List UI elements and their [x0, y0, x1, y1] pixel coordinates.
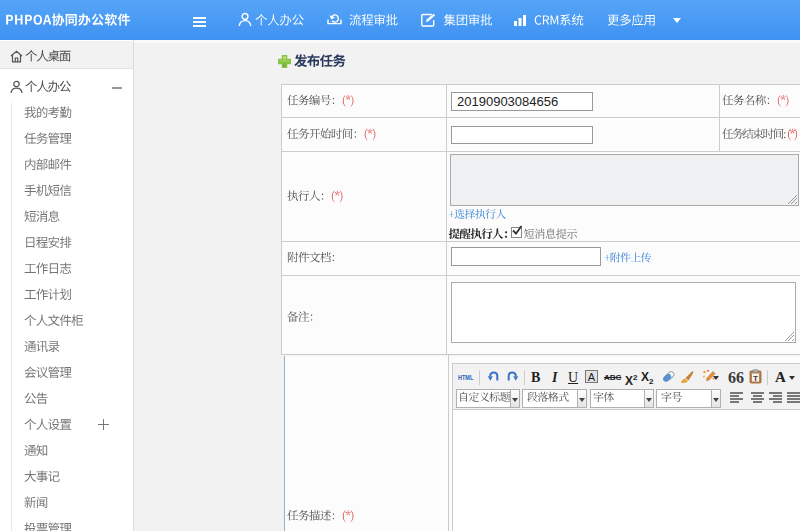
svg-text:T: T — [753, 374, 758, 383]
